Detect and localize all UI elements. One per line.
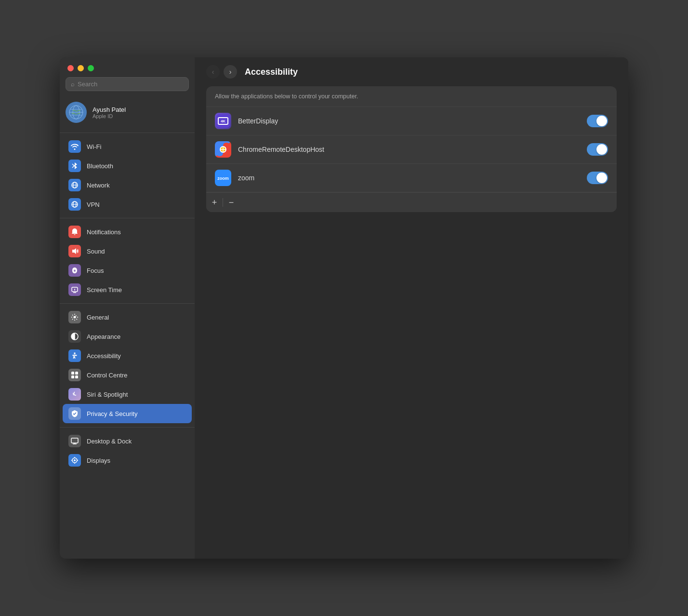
sidebar-item-notifications[interactable]: Notifications [63,222,192,241]
card-header-text: Allow the applications below to control … [206,86,617,107]
minimize-button[interactable] [78,65,84,71]
network-icon [68,179,81,191]
back-button[interactable]: ‹ [206,65,220,79]
wifi-icon [68,140,81,153]
user-subtitle: Apple ID [93,113,126,119]
sidebar-item-label-appearance: Appearance [87,333,120,340]
sidebar-item-controlcentre[interactable]: Control Centre [63,365,192,385]
svg-marker-14 [72,248,76,254]
zoom-icon: zoom [215,170,231,186]
sound-icon [68,245,81,257]
toggle-chrome-remote[interactable] [587,143,608,156]
search-input[interactable] [78,80,184,88]
sidebar-item-label-network: Network [87,182,110,189]
svg-line-7 [72,165,75,168]
sidebar-item-privacy[interactable]: Privacy & Security [63,404,192,423]
main-body: Allow the applications below to control … [195,86,628,559]
vpn-icon [68,198,81,211]
sidebar-section-network: Wi-Fi Bluetooth [60,135,195,216]
app-row-chrome-remote: ChromeRemoteDesktopHost [206,135,617,164]
sidebar-item-label-notifications: Notifications [87,228,121,236]
privacy-icon [68,407,81,420]
sidebar-item-label-sound: Sound [87,248,105,255]
sidebar-item-sound[interactable]: Sound [63,241,192,261]
user-profile[interactable]: Ayush Patel Apple ID [60,97,195,131]
chrome-remote-icon [215,141,231,158]
sidebar-item-label-displays: Displays [87,457,110,464]
sidebar-item-label-general: General [87,314,109,321]
sidebar-section-general: General Appearance [60,306,195,425]
sidebar-item-label-siri: Siri & Spotlight [87,391,128,398]
general-icon [68,311,81,323]
user-info: Ayush Patel Apple ID [93,106,126,119]
search-container: ⌕ [60,77,195,97]
titlebar [60,57,195,77]
sidebar-item-appearance[interactable]: Appearance [63,327,192,346]
divider-1 [60,133,195,133]
svg-point-31 [74,459,76,461]
sidebar-item-accessibility[interactable]: Accessibility [63,346,192,365]
main-header: ‹ › Accessibility [195,57,628,86]
app-name-zoom: zoom [238,174,587,182]
content-card: Allow the applications below to control … [206,86,617,212]
settings-window: ⌕ Ayush Pat [60,57,628,559]
sidebar-item-screentime[interactable]: Screen Time [63,280,192,299]
user-name: Ayush Patel [93,106,126,113]
search-icon: ⌕ [71,80,75,88]
sidebar-item-network[interactable]: Network [63,175,192,195]
betterdisplay-icon: 4K [215,113,231,129]
sidebar-item-siri[interactable]: Siri & Spotlight [63,385,192,404]
accessibility-icon [68,349,81,362]
toggle-betterdisplay[interactable] [587,115,608,127]
notifications-icon [68,226,81,238]
sidebar-item-label-controlcentre: Control Centre [87,372,128,379]
displays-icon [68,454,81,467]
app-name-chrome-remote: ChromeRemoteDesktopHost [238,146,587,153]
app-row-betterdisplay: 4K BetterDisplay [206,107,617,135]
add-app-button[interactable]: + [206,196,223,209]
sidebar-item-label-desktop: Desktop & Dock [87,438,132,445]
svg-text:4K: 4K [221,119,225,123]
sidebar-section-notifications: Notifications Sound [60,220,195,301]
sidebar-item-label-focus: Focus [87,267,104,274]
sidebar-item-vpn[interactable]: VPN [63,195,192,214]
close-button[interactable] [67,65,74,71]
remove-app-button[interactable]: − [223,196,239,209]
main-content: ‹ › Accessibility Allow the applications… [195,57,628,559]
svg-point-22 [74,352,76,354]
sidebar-item-bluetooth[interactable]: Bluetooth [63,156,192,175]
toggle-zoom[interactable] [587,172,608,184]
maximize-button[interactable] [88,65,94,71]
sidebar-item-displays[interactable]: Displays [63,451,192,470]
sidebar-item-label-accessibility: Accessibility [87,352,121,360]
sidebar-item-desktop[interactable]: Desktop & Dock [63,431,192,451]
svg-rect-27 [71,438,78,443]
appearance-icon [68,330,81,343]
sidebar-item-label-vpn: VPN [87,201,100,208]
sidebar: ⌕ Ayush Pat [60,57,195,559]
siri-icon [68,388,81,401]
sidebar-item-general[interactable]: General [63,308,192,327]
sidebar-item-label-privacy: Privacy & Security [87,410,137,417]
sidebar-item-wifi[interactable]: Wi-Fi [63,137,192,156]
app-name-betterdisplay: BetterDisplay [238,117,587,125]
svg-rect-24 [75,372,78,375]
divider-2 [60,218,195,218]
svg-point-19 [74,316,76,319]
controlcentre-icon [68,369,81,381]
sidebar-item-focus[interactable]: Focus [63,261,192,280]
desktop-icon [68,435,81,447]
avatar [66,102,87,123]
svg-text:zoom: zoom [217,176,229,181]
sidebar-section-desktop: Desktop & Dock Displays [60,429,195,472]
screentime-icon [68,283,81,296]
sidebar-item-label-screentime: Screen Time [87,286,122,294]
focus-icon [68,264,81,277]
search-box[interactable]: ⌕ [66,77,189,91]
action-row: + − [206,192,617,212]
sidebar-item-label-wifi: Wi-Fi [87,143,101,150]
forward-button[interactable]: › [224,65,237,79]
sidebar-item-label-bluetooth: Bluetooth [87,162,113,170]
svg-point-18 [74,290,75,291]
main-title: Accessibility [245,67,298,77]
